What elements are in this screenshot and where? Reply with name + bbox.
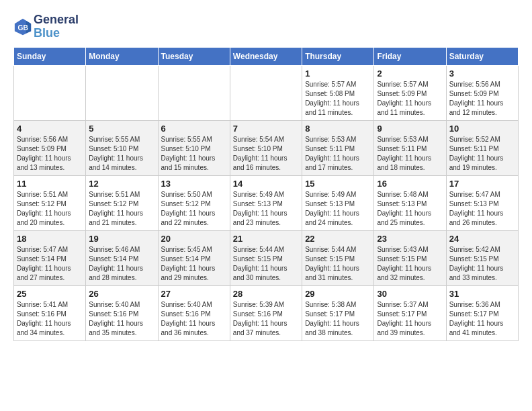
day-info: Sunrise: 5:37 AM Sunset: 5:17 PM Dayligh… [377, 300, 443, 338]
day-info: Sunrise: 5:48 AM Sunset: 5:13 PM Dayligh… [377, 190, 443, 228]
day-number: 2 [377, 68, 443, 79]
logo-text-line2: Blue [34, 27, 79, 40]
calendar-week-row: 18Sunrise: 5:47 AM Sunset: 5:14 PM Dayli… [14, 230, 519, 285]
calendar-cell: 14Sunrise: 5:49 AM Sunset: 5:13 PM Dayli… [230, 175, 302, 230]
day-info: Sunrise: 5:53 AM Sunset: 5:11 PM Dayligh… [377, 135, 443, 173]
day-info: Sunrise: 5:51 AM Sunset: 5:12 PM Dayligh… [17, 190, 83, 228]
day-info: Sunrise: 5:57 AM Sunset: 5:09 PM Dayligh… [377, 80, 443, 118]
calendar-cell: 6Sunrise: 5:55 AM Sunset: 5:10 PM Daylig… [158, 120, 230, 175]
page-header: GB General Blue [13, 13, 519, 40]
day-info: Sunrise: 5:42 AM Sunset: 5:15 PM Dayligh… [449, 245, 515, 283]
day-number: 4 [17, 124, 83, 134]
day-info: Sunrise: 5:39 AM Sunset: 5:16 PM Dayligh… [233, 300, 299, 338]
day-of-week-header: Sunday [14, 47, 86, 65]
day-number: 15 [305, 179, 371, 189]
day-info: Sunrise: 5:41 AM Sunset: 5:16 PM Dayligh… [17, 300, 83, 338]
calendar-cell: 7Sunrise: 5:54 AM Sunset: 5:10 PM Daylig… [230, 120, 302, 175]
day-of-week-header: Wednesday [230, 47, 302, 65]
day-of-week-header: Thursday [302, 47, 374, 65]
day-info: Sunrise: 5:49 AM Sunset: 5:13 PM Dayligh… [305, 190, 371, 228]
day-info: Sunrise: 5:47 AM Sunset: 5:13 PM Dayligh… [449, 190, 515, 228]
day-info: Sunrise: 5:44 AM Sunset: 5:15 PM Dayligh… [233, 245, 299, 283]
calendar-cell: 13Sunrise: 5:50 AM Sunset: 5:12 PM Dayli… [158, 175, 230, 230]
calendar-cell: 8Sunrise: 5:53 AM Sunset: 5:11 PM Daylig… [302, 120, 374, 175]
day-number: 8 [305, 124, 371, 134]
day-info: Sunrise: 5:47 AM Sunset: 5:14 PM Dayligh… [17, 245, 83, 283]
day-number: 10 [449, 124, 515, 134]
day-number: 27 [161, 289, 227, 299]
calendar-week-row: 11Sunrise: 5:51 AM Sunset: 5:12 PM Dayli… [14, 175, 519, 230]
day-info: Sunrise: 5:53 AM Sunset: 5:11 PM Dayligh… [305, 135, 371, 173]
calendar-cell: 15Sunrise: 5:49 AM Sunset: 5:13 PM Dayli… [302, 175, 374, 230]
day-number: 3 [449, 68, 515, 79]
calendar-cell: 22Sunrise: 5:44 AM Sunset: 5:15 PM Dayli… [302, 230, 374, 285]
day-number: 5 [89, 124, 154, 134]
day-info: Sunrise: 5:54 AM Sunset: 5:10 PM Dayligh… [233, 135, 299, 173]
calendar-cell [158, 65, 230, 120]
day-number: 23 [377, 234, 443, 244]
day-number: 28 [233, 289, 299, 299]
day-number: 7 [233, 124, 299, 134]
day-number: 22 [305, 234, 371, 244]
calendar-cell: 30Sunrise: 5:37 AM Sunset: 5:17 PM Dayli… [374, 285, 446, 340]
calendar-cell: 25Sunrise: 5:41 AM Sunset: 5:16 PM Dayli… [14, 285, 86, 340]
day-info: Sunrise: 5:56 AM Sunset: 5:09 PM Dayligh… [449, 80, 515, 118]
calendar-cell: 9Sunrise: 5:53 AM Sunset: 5:11 PM Daylig… [374, 120, 446, 175]
calendar-cell: 31Sunrise: 5:36 AM Sunset: 5:17 PM Dayli… [446, 285, 518, 340]
calendar-cell: 2Sunrise: 5:57 AM Sunset: 5:09 PM Daylig… [374, 65, 446, 120]
day-of-week-header: Monday [86, 47, 158, 65]
calendar-cell: 5Sunrise: 5:55 AM Sunset: 5:10 PM Daylig… [86, 120, 158, 175]
day-info: Sunrise: 5:55 AM Sunset: 5:10 PM Dayligh… [161, 135, 227, 173]
day-of-week-header: Friday [374, 47, 446, 65]
day-info: Sunrise: 5:57 AM Sunset: 5:08 PM Dayligh… [305, 80, 371, 118]
calendar-cell: 21Sunrise: 5:44 AM Sunset: 5:15 PM Dayli… [230, 230, 302, 285]
day-number: 20 [161, 234, 227, 244]
day-number: 14 [233, 179, 299, 189]
day-info: Sunrise: 5:50 AM Sunset: 5:12 PM Dayligh… [161, 190, 227, 228]
day-info: Sunrise: 5:40 AM Sunset: 5:16 PM Dayligh… [161, 300, 227, 338]
day-number: 24 [449, 234, 515, 244]
day-number: 31 [449, 289, 515, 299]
day-number: 11 [17, 179, 83, 189]
day-of-week-header: Tuesday [158, 47, 230, 65]
calendar-cell: 4Sunrise: 5:56 AM Sunset: 5:09 PM Daylig… [14, 120, 86, 175]
calendar-cell: 10Sunrise: 5:52 AM Sunset: 5:11 PM Dayli… [446, 120, 518, 175]
day-info: Sunrise: 5:45 AM Sunset: 5:14 PM Dayligh… [161, 245, 227, 283]
day-number: 18 [17, 234, 83, 244]
day-number: 29 [305, 289, 371, 299]
calendar-header: SundayMondayTuesdayWednesdayThursdayFrid… [14, 47, 519, 65]
day-number: 6 [161, 124, 227, 134]
day-info: Sunrise: 5:56 AM Sunset: 5:09 PM Dayligh… [17, 135, 83, 173]
calendar-cell: 19Sunrise: 5:46 AM Sunset: 5:14 PM Dayli… [86, 230, 158, 285]
day-info: Sunrise: 5:44 AM Sunset: 5:15 PM Dayligh… [305, 245, 371, 283]
calendar-cell: 23Sunrise: 5:43 AM Sunset: 5:15 PM Dayli… [374, 230, 446, 285]
calendar-cell: 11Sunrise: 5:51 AM Sunset: 5:12 PM Dayli… [14, 175, 86, 230]
day-of-week-header: Saturday [446, 47, 518, 65]
calendar-week-row: 1Sunrise: 5:57 AM Sunset: 5:08 PM Daylig… [14, 65, 519, 120]
header-row: SundayMondayTuesdayWednesdayThursdayFrid… [14, 47, 519, 65]
day-number: 21 [233, 234, 299, 244]
day-info: Sunrise: 5:49 AM Sunset: 5:13 PM Dayligh… [233, 190, 299, 228]
calendar-body: 1Sunrise: 5:57 AM Sunset: 5:08 PM Daylig… [14, 65, 519, 340]
calendar-cell [14, 65, 86, 120]
calendar-cell: 18Sunrise: 5:47 AM Sunset: 5:14 PM Dayli… [14, 230, 86, 285]
calendar-cell: 27Sunrise: 5:40 AM Sunset: 5:16 PM Dayli… [158, 285, 230, 340]
day-number: 30 [377, 289, 443, 299]
day-number: 16 [377, 179, 443, 189]
day-info: Sunrise: 5:40 AM Sunset: 5:16 PM Dayligh… [89, 300, 154, 338]
day-number: 12 [89, 179, 154, 189]
day-info: Sunrise: 5:38 AM Sunset: 5:17 PM Dayligh… [305, 300, 371, 338]
calendar-cell [230, 65, 302, 120]
calendar-week-row: 25Sunrise: 5:41 AM Sunset: 5:16 PM Dayli… [14, 285, 519, 340]
calendar-cell: 20Sunrise: 5:45 AM Sunset: 5:14 PM Dayli… [158, 230, 230, 285]
calendar-cell: 3Sunrise: 5:56 AM Sunset: 5:09 PM Daylig… [446, 65, 518, 120]
calendar-cell: 16Sunrise: 5:48 AM Sunset: 5:13 PM Dayli… [374, 175, 446, 230]
calendar-table: SundayMondayTuesdayWednesdayThursdayFrid… [13, 47, 519, 341]
day-number: 25 [17, 289, 83, 299]
day-info: Sunrise: 5:36 AM Sunset: 5:17 PM Dayligh… [449, 300, 515, 338]
day-number: 13 [161, 179, 227, 189]
calendar-week-row: 4Sunrise: 5:56 AM Sunset: 5:09 PM Daylig… [14, 120, 519, 175]
day-info: Sunrise: 5:43 AM Sunset: 5:15 PM Dayligh… [377, 245, 443, 283]
calendar-cell: 24Sunrise: 5:42 AM Sunset: 5:15 PM Dayli… [446, 230, 518, 285]
svg-text:GB: GB [18, 24, 28, 31]
